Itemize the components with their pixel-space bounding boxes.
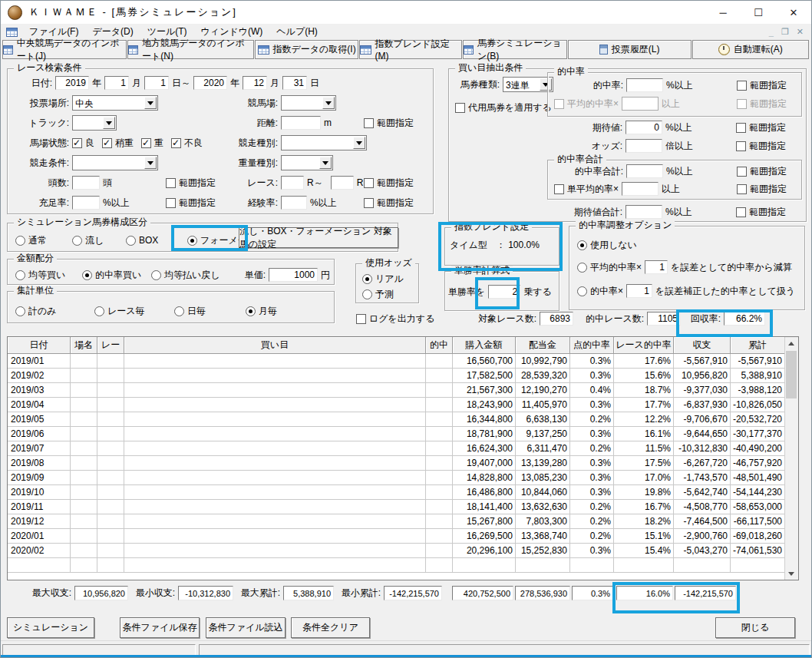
odds-predict-radio[interactable] [362,289,372,299]
table-row[interactable]: 2019/10 16,486,800 10,844,060 0.3% 19.8%… [8,485,798,500]
voting-place-select[interactable]: 中央 [72,95,158,111]
adjust-avg-radio[interactable] [577,263,587,273]
sim-normal-radio[interactable] [15,236,25,246]
winrate-power-input[interactable]: 2 [488,285,520,299]
race-to-input[interactable] [331,176,354,190]
toolbar-blend-setting-button[interactable]: 指数ブレンド設定(M) [359,40,462,59]
single-avg-rate-checkbox[interactable] [554,184,564,194]
toolbar-simulation-button[interactable]: 馬券シミュレーション(B) [463,40,566,59]
avg-hit-rate-checkbox[interactable] [554,99,564,109]
col-race[interactable]: レース [97,337,124,354]
course-select[interactable] [281,95,336,111]
close-button[interactable]: ✕ [776,1,811,24]
adjust-avg-input[interactable]: 1 [645,260,668,274]
odds-range-checkbox[interactable] [736,141,746,151]
col-cum[interactable]: 累計 [731,337,785,354]
output-log-checkbox[interactable] [356,314,366,324]
avg-hit-rate-range-checkbox[interactable] [737,99,747,109]
race-kind-select[interactable] [281,135,367,150]
odds-real-radio[interactable] [362,274,372,284]
table-row[interactable] [8,558,798,573]
date-year-from-input[interactable]: 2019 [55,76,89,90]
date-day-from-input[interactable]: 1 [144,76,169,90]
col-payout[interactable]: 配当金 [516,337,570,354]
target-horse-setting-button[interactable]: 流し・BOX・フォーメーション 対象馬の設定 [239,227,398,248]
scrollbar-thumb[interactable] [786,351,797,398]
hit-rate-sum-range-checkbox[interactable] [737,167,747,177]
agg-total-only-radio[interactable] [15,306,25,316]
agg-per-month-radio[interactable] [246,306,256,316]
distance-input[interactable] [281,116,321,130]
adjust-rate-radio[interactable] [577,286,587,296]
hit-rate-range-checkbox[interactable] [737,81,747,91]
weight-kind-select[interactable] [281,155,333,170]
adjust-none-radio[interactable] [577,240,587,250]
table-row[interactable]: 2019/01 16,560,700 10,992,790 0.3% 17.6%… [8,354,798,369]
minimize-button[interactable]: ─ [705,1,741,24]
single-avg-rate-input[interactable] [622,182,659,196]
close-dialog-button[interactable]: 閉じる [715,617,795,638]
mdi-restore-icon[interactable]: ❐ [781,27,789,37]
amount-equal-payout-radio[interactable] [151,270,161,280]
mdi-close-icon[interactable]: ✕ [797,27,804,37]
col-purchase[interactable]: 購入金額 [453,337,516,354]
heads-input[interactable] [72,176,100,190]
expect-sum-range-checkbox[interactable] [736,207,746,217]
baba-slightly-heavy-checkbox[interactable] [102,138,112,148]
col-balance[interactable]: 収支 [674,337,731,354]
date-year-to-input[interactable]: 2020 [193,76,227,90]
hit-rate-sum-input[interactable] [626,164,663,178]
table-row[interactable]: 2019/04 18,243,900 11,405,970 0.3% 17.7%… [8,398,798,412]
table-row[interactable]: 2019/07 16,624,300 6,311,470 0.2% 11.5% … [8,441,798,456]
sim-formation-radio[interactable] [187,236,197,246]
baba-bad-checkbox[interactable] [171,138,181,148]
agg-per-day-radio[interactable] [174,306,184,316]
adjust-rate-input[interactable]: 1 [626,284,652,298]
toolbar-vote-history-button[interactable]: 投票履歴(L) [568,40,692,59]
table-row[interactable]: 2020/02 20,296,100 15,252,830 0.3% 15.4%… [8,544,798,558]
menu-help[interactable]: ヘルプ(H) [269,24,325,40]
track-select[interactable] [72,115,117,131]
heads-range-checkbox[interactable] [166,178,176,188]
baba-good-checkbox[interactable] [72,138,82,148]
table-row[interactable]: 2019/12 15,267,800 7,803,300 0.2% 18.2% … [8,514,798,529]
table-row[interactable]: 2019/11 18,141,400 13,632,630 0.2% 16.7%… [8,500,798,514]
col-date[interactable]: 日付 [8,337,71,354]
amount-equal-buy-radio[interactable] [15,270,25,280]
simulate-button[interactable]: シミュレーション [7,617,94,638]
expect-range-checkbox[interactable] [736,123,746,133]
toolbar-import-jra-button[interactable]: 中央競馬データのインポート(J) [2,40,127,59]
fill-rate-input[interactable] [72,196,100,210]
race-from-input[interactable] [281,176,304,190]
clear-condition-button[interactable]: 条件全クリア [291,617,370,638]
amount-hitrate-buy-radio[interactable] [82,270,92,280]
toolbar-get-index-button[interactable]: 指数データの取得(I) [255,40,358,59]
race-range-checkbox[interactable] [364,178,374,188]
sim-nagashi-radio[interactable] [72,236,82,246]
ticket-type-select[interactable]: 3連単 [503,77,553,92]
toolbar-import-nar-button[interactable]: 地方競馬データのインポート(N) [127,40,254,59]
date-month-to-input[interactable]: 12 [243,76,267,90]
distance-range-checkbox[interactable] [364,118,374,128]
table-row[interactable]: 2019/08 19,407,000 13,139,280 0.3% 17.5%… [8,456,798,471]
table-row[interactable]: 2019/06 18,781,900 9,137,250 0.3% 16.1% … [8,427,798,441]
toolbar-auto-run-button[interactable]: 自動運転(A) [692,40,809,59]
single-avg-range-checkbox[interactable] [737,184,747,194]
table-row[interactable]: 2019/02 17,582,500 28,539,320 0.3% 15.6%… [8,369,798,383]
agg-per-race-radio[interactable] [94,306,104,316]
avg-hit-rate-input[interactable] [622,97,659,111]
table-row[interactable]: 2019/05 16,344,800 6,638,130 0.2% 12.2% … [8,412,798,427]
sim-box-radio[interactable] [126,236,136,246]
table-row[interactable]: 2020/01 16,269,500 13,368,740 0.2% 15.1%… [8,529,798,544]
vertical-scrollbar[interactable] [784,337,798,580]
col-race-rate[interactable]: レース的中率 [614,337,674,354]
col-point-rate[interactable]: 点的中率 [570,337,614,354]
scroll-up-icon[interactable] [785,337,797,349]
substitute-ticket-checkbox[interactable] [455,103,465,113]
col-place[interactable]: 場名 [71,337,97,354]
load-condition-button[interactable]: 条件ファイル読込 [206,617,286,638]
date-day-to-input[interactable]: 31 [282,76,307,90]
hit-rate-input[interactable] [626,78,663,92]
race-cond-select[interactable] [72,155,158,170]
col-hit[interactable]: 的中 [426,337,453,354]
